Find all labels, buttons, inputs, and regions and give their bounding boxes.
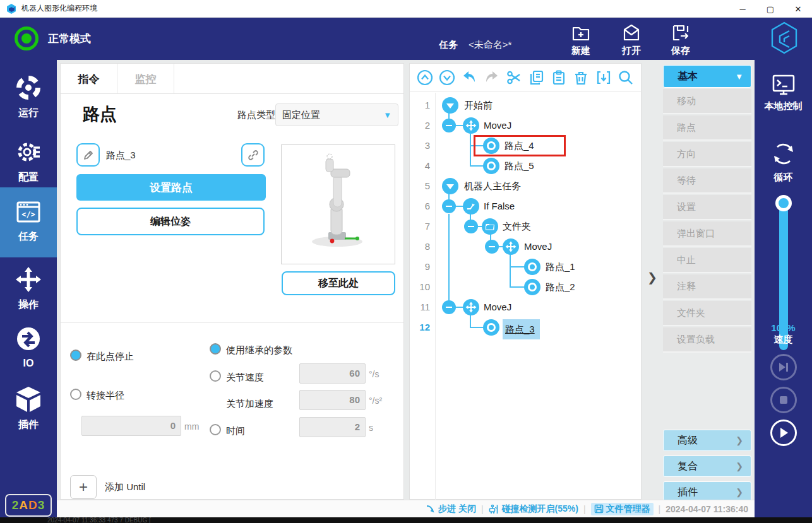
file-manager-button[interactable]: 文件管理器 — [591, 503, 654, 515]
palette-item-abort[interactable]: 中止 — [663, 248, 751, 273]
search-icon[interactable] — [617, 69, 635, 86]
tree-row[interactable]: 8 MoveJ — [410, 237, 641, 257]
folder-icon — [482, 218, 498, 235]
sidebar-item-run[interactable]: 运行 — [0, 69, 57, 125]
link-waypoint-button[interactable] — [241, 143, 265, 167]
sidebar-item-task[interactable]: </> 任务 — [0, 187, 57, 257]
palette-item-payload[interactable]: 设置负载 — [663, 327, 751, 353]
expand-chevron-icon[interactable]: ❯ — [647, 270, 657, 285]
rename-waypoint-button[interactable] — [76, 143, 100, 167]
use-inherited-radio[interactable] — [210, 343, 221, 355]
palette-item-wait[interactable]: 等待 — [663, 168, 751, 194]
robot-preview — [281, 144, 395, 264]
new-button-label: 新建 — [561, 45, 601, 57]
open-task-button[interactable]: 打开 — [611, 22, 652, 57]
tree-toolbar — [410, 64, 641, 92]
blend-radius-unit: mm — [184, 421, 199, 432]
step-button[interactable] — [770, 354, 797, 380]
collapse-minus-icon[interactable] — [442, 300, 456, 314]
robot-arm-image — [282, 145, 395, 264]
waypoint-panel: 指令 监控 路点 路点类型 固定位置 ▼ 路点_3 设置路点 编辑位姿 — [60, 63, 404, 500]
collapse-icon[interactable] — [442, 97, 458, 114]
tree-row[interactable]: 7 文件夹 — [410, 216, 641, 237]
edit-pose-button[interactable]: 编辑位姿 — [76, 208, 265, 235]
sidebar-footer-block — [755, 500, 812, 517]
move-here-button[interactable]: 移至此处 — [282, 271, 395, 295]
tree-row[interactable]: 9 路点_1 — [410, 257, 641, 277]
joint-speed-radio[interactable] — [210, 370, 221, 382]
joint-acc-label: 关节加速度 — [226, 398, 273, 410]
copy-icon[interactable] — [528, 69, 546, 86]
tree-row[interactable]: 2 MoveJ — [410, 115, 641, 136]
loop-button[interactable]: 循环 — [755, 140, 812, 184]
redo-icon[interactable] — [483, 69, 501, 86]
time-radio[interactable] — [210, 424, 221, 435]
app-logo-icon — [6, 4, 16, 14]
undo-icon[interactable] — [460, 69, 478, 86]
palette-item-waypoint[interactable]: 路点 — [663, 115, 751, 141]
tree-row[interactable]: 1 开始前 — [410, 95, 641, 115]
tree-row[interactable]: 10 路点_2 — [410, 277, 641, 297]
joint-speed-label: 关节速度 — [226, 372, 264, 384]
chevron-down-icon: ▼ — [383, 110, 391, 120]
tree-row-selected[interactable]: 12 路点_3 — [410, 317, 641, 338]
palette-group-basic[interactable]: 基本 ▼ — [663, 65, 751, 88]
collapse-icon[interactable] — [442, 178, 458, 194]
stop-here-radio[interactable] — [70, 350, 81, 361]
blend-radius-input[interactable]: 0 — [81, 416, 181, 436]
collapse-minus-icon[interactable] — [464, 220, 478, 233]
add-until-button[interactable]: + — [70, 475, 97, 499]
paste-icon[interactable] — [550, 69, 568, 86]
palette-item-move[interactable]: 移动 — [663, 89, 751, 114]
palette-item-comment[interactable]: 注释 — [663, 274, 751, 300]
insert-icon[interactable] — [595, 69, 612, 86]
cut-icon[interactable] — [505, 69, 523, 86]
delete-icon[interactable] — [572, 69, 590, 86]
robot-status-icon[interactable] — [15, 26, 39, 50]
palette-item-folder[interactable]: 文件夹 — [663, 301, 751, 326]
sidebar-item-config[interactable]: 配置 — [0, 133, 57, 189]
file-manager-icon — [594, 504, 604, 514]
speed-slider-handle[interactable] — [775, 195, 792, 211]
joint-acc-input[interactable]: 80 — [299, 390, 366, 410]
collision-detection-status[interactable]: 碰撞检测开启(55%) — [489, 503, 578, 515]
tab-monitor[interactable]: 监控 — [117, 64, 174, 94]
collapse-minus-icon[interactable] — [442, 199, 456, 213]
close-icon[interactable]: ✕ — [784, 0, 812, 18]
tree-row[interactable]: 4 路点_5 — [410, 156, 641, 176]
new-task-button[interactable]: 新建 — [561, 22, 601, 57]
cube-icon — [14, 385, 43, 413]
sidebar-item-operate[interactable]: 操作 — [0, 261, 57, 317]
minimize-icon[interactable]: ─ — [729, 0, 756, 18]
tree-row[interactable]: 6 If False — [410, 196, 641, 216]
stop-button[interactable] — [770, 387, 797, 413]
play-button[interactable] — [770, 420, 797, 446]
collapse-minus-icon[interactable] — [442, 119, 456, 132]
waypoint-type-select[interactable]: 固定位置 ▼ — [275, 103, 398, 126]
palette-item-set[interactable]: 设置 — [663, 195, 751, 220]
tab-instruction[interactable]: 指令 — [61, 64, 117, 94]
tree-row[interactable]: 5 机器人主任务 — [410, 176, 641, 196]
joint-speed-input[interactable]: 60 — [299, 363, 366, 384]
move-down-icon[interactable] — [438, 69, 456, 86]
collapse-minus-icon[interactable] — [485, 240, 499, 254]
palette-group-composite[interactable]: 复合❯ — [663, 455, 751, 477]
sidebar-item-io[interactable]: IO — [0, 320, 57, 374]
left-sidebar: 运行 配置 </> 任务 操作 IO 插件 2 A D 3 — [0, 60, 57, 517]
maximize-icon[interactable]: ▢ — [756, 0, 784, 18]
palette-collapse-strip: ❯ — [642, 63, 663, 500]
move-up-icon[interactable] — [416, 69, 434, 86]
loop-icon — [770, 140, 797, 168]
sidebar-item-plugin[interactable]: 插件 — [0, 380, 57, 437]
palette-group-advanced[interactable]: 高级❯ — [663, 430, 751, 451]
blend-radius-radio[interactable] — [70, 389, 81, 400]
palette-item-direction[interactable]: 方向 — [663, 142, 751, 167]
tree-row[interactable]: 11 MoveJ — [410, 297, 641, 317]
palette-item-popup[interactable]: 弹出窗口 — [663, 221, 751, 247]
save-task-button[interactable]: 保存 — [660, 22, 701, 57]
step-mode-status[interactable]: 步进 关闭 — [426, 503, 476, 515]
version-badge: 2 A D 3 — [5, 494, 52, 517]
set-waypoint-button[interactable]: 设置路点 — [76, 174, 266, 201]
time-input[interactable]: 2 — [299, 417, 366, 437]
local-control-button[interactable]: 本地控制 — [755, 74, 812, 112]
